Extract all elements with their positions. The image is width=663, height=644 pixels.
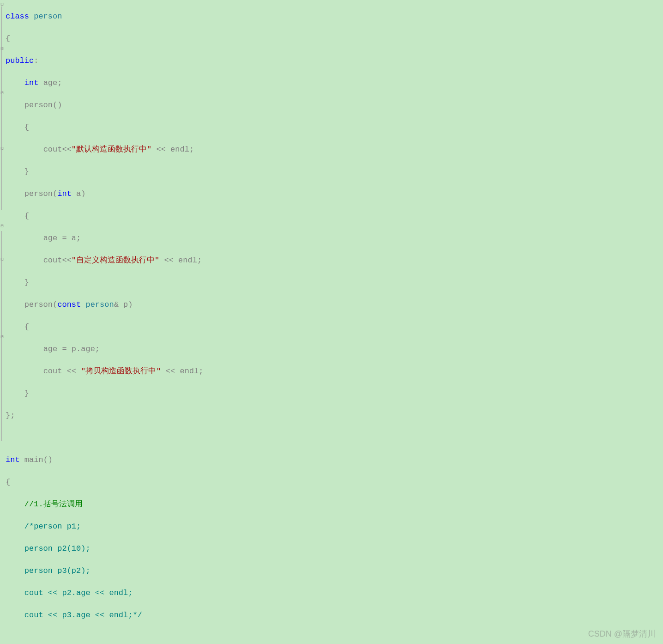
code-line: person(int a) — [6, 188, 346, 200]
code-line: age = a; — [6, 233, 346, 244]
code-line: cout<<"自定义构造函数执行中" << endl; — [6, 255, 346, 266]
fold-marker[interactable]: ⊟ — [0, 47, 4, 51]
code-line: class person — [6, 11, 346, 22]
fold-marker[interactable]: ⊟ — [0, 335, 4, 339]
code-line: int main() — [6, 455, 346, 466]
code-line: { — [6, 322, 346, 333]
fold-marker[interactable]: ⊟ — [0, 224, 4, 228]
code-line: int age; — [6, 78, 346, 89]
fold-marker[interactable]: ⊟ — [0, 146, 4, 151]
code-line: cout << "拷贝构造函数执行中" << endl; — [6, 366, 346, 377]
code-line: person(const person& p) — [6, 299, 346, 310]
code-line: { — [6, 477, 346, 488]
code-line: cout<<"默认构造函数执行中" << endl; — [6, 144, 346, 155]
code-line: person() — [6, 100, 346, 111]
code-line: cout << p3.age << endl;*/ — [6, 610, 346, 621]
code-line: //1.括号法调用 — [6, 499, 346, 510]
code-line: person p3(p2); — [6, 565, 346, 577]
code-line: person p2(10); — [6, 543, 346, 554]
watermark: CSDN @隔梦清川 — [588, 628, 656, 639]
code-line: age = p.age; — [6, 344, 346, 355]
code-line: } — [6, 166, 346, 177]
code-editor[interactable]: class person { public: int age; person()… — [6, 0, 346, 644]
gutter: ⊟ ⊟ ⊟ ⊟ ⊟ ⊟ ⊟ — [0, 0, 5, 644]
code-line — [6, 432, 346, 444]
code-line: }; — [6, 410, 346, 421]
code-line: /*person p1; — [6, 521, 346, 532]
fold-marker[interactable]: ⊟ — [0, 91, 4, 95]
code-line: cout << p2.age << endl; — [6, 588, 346, 599]
code-line — [6, 632, 346, 643]
code-line: { — [6, 211, 346, 222]
code-line: { — [6, 122, 346, 133]
code-line: { — [6, 33, 346, 44]
code-line: public: — [6, 55, 346, 67]
code-line: } — [6, 277, 346, 288]
code-line: } — [6, 388, 346, 399]
fold-marker[interactable]: ⊟ — [0, 2, 4, 6]
fold-marker[interactable]: ⊟ — [0, 257, 4, 261]
